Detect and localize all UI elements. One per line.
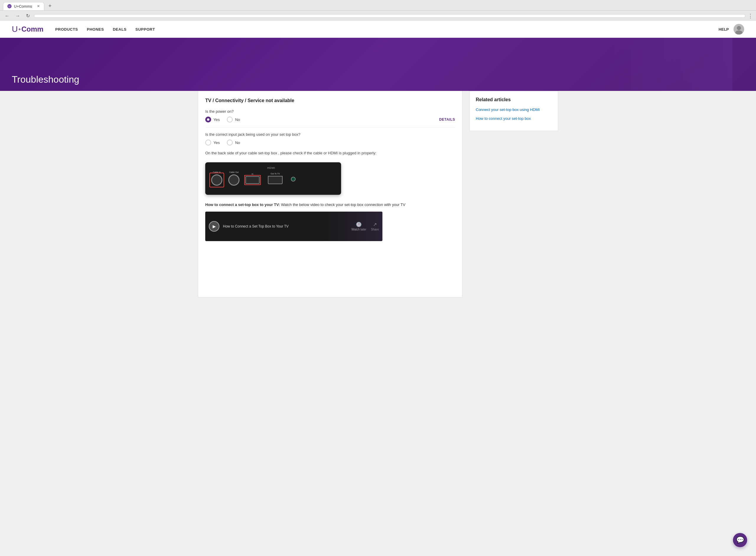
- video-bg-overlay: [323, 212, 383, 241]
- stb-cable-out-circle: [228, 174, 239, 186]
- stb-port-hdmi-out: Out To TV: [268, 173, 283, 184]
- address-bar-row: ← → ↻ ⋮: [0, 11, 756, 21]
- question2-yes-radio[interactable]: [205, 140, 211, 145]
- active-tab[interactable]: U U+Comms ✕: [3, 2, 44, 10]
- play-icon: ▶: [212, 224, 216, 229]
- main-nav: U+Comm PRODUCTS PHONES DEALS SUPPORT HEL…: [0, 21, 756, 38]
- stb-hdmi-in-highlight: [244, 175, 261, 185]
- article-title: TV / Connectivity / Service not availabl…: [205, 98, 455, 103]
- stb-led-circle: [291, 177, 296, 181]
- video-intro-bold: How to connect a set-top box to your TV:: [205, 203, 280, 207]
- instruction-text: On the back side of your cable set-top b…: [205, 150, 455, 157]
- stb-port-cable-in: Cable In: [211, 171, 222, 186]
- nav-deals[interactable]: DEALS: [113, 27, 127, 32]
- question1-yes-option[interactable]: Yes: [205, 116, 220, 123]
- question2-no-label: No: [235, 140, 240, 145]
- stb-hdmi-in-label: In: [252, 173, 253, 175]
- stb-hdmi-text: HDMI: [267, 167, 275, 169]
- stb-box: Cable In Cable Out In: [205, 162, 341, 195]
- tab-bar: U U+Comms ✕ +: [3, 2, 753, 10]
- stb-cable-out-label: Cable Out: [229, 171, 239, 173]
- related-link-connect[interactable]: How to connect your set-top box: [476, 116, 552, 121]
- question1-no-label: No: [235, 117, 240, 122]
- question1-label: Is the power on?: [205, 109, 455, 114]
- question2-radio-group: Yes No: [205, 140, 455, 145]
- tab-close-button[interactable]: ✕: [37, 4, 40, 8]
- stb-image-container: Cable In Cable Out In: [205, 162, 455, 195]
- details-link[interactable]: DETAILS: [439, 117, 455, 121]
- divider1: [205, 127, 455, 128]
- question2-no-option[interactable]: No: [227, 140, 240, 145]
- video-thumbnail[interactable]: ▶ How to Connect a Set Top Box to Your T…: [205, 212, 383, 241]
- refresh-button[interactable]: ↻: [24, 12, 32, 19]
- nav-phones[interactable]: PHONES: [87, 27, 104, 32]
- browser-menu-button[interactable]: ⋮: [748, 13, 753, 19]
- nav-support[interactable]: SUPPORT: [136, 27, 155, 32]
- main-layout: TV / Connectivity / Service not availabl…: [186, 91, 570, 309]
- svg-point-1: [737, 26, 741, 30]
- question1-radio-group: Yes No DETAILS: [205, 116, 455, 123]
- nav-right: HELP: [719, 24, 744, 35]
- new-tab-button[interactable]: +: [46, 2, 54, 10]
- question1-yes-label: Yes: [213, 117, 220, 122]
- video-intro-text: How to connect a set-top box to your TV:…: [205, 202, 455, 208]
- tab-label: U+Comms: [14, 4, 32, 8]
- related-articles-card: Related articles Connect your set-top bo…: [469, 91, 558, 131]
- question1-no-option[interactable]: No: [227, 116, 240, 123]
- browser-chrome: U U+Comms ✕ +: [0, 0, 756, 11]
- stb-cable-in-highlight: [209, 173, 224, 187]
- nav-links: PRODUCTS PHONES DEALS SUPPORT: [55, 27, 155, 32]
- related-articles-title: Related articles: [476, 97, 552, 102]
- related-link-hdmi[interactable]: Connect your set-top box using HDMI: [476, 107, 552, 112]
- back-button[interactable]: ←: [3, 13, 11, 19]
- site-logo[interactable]: U+Comm: [12, 25, 43, 34]
- hero-title: Troubleshooting: [12, 74, 79, 85]
- stb-port-hdmi-in: In: [245, 173, 260, 184]
- stb-hdmi-out-label: Out To TV: [270, 173, 280, 175]
- forward-button[interactable]: →: [13, 13, 22, 19]
- question2-no-radio[interactable]: [227, 140, 233, 145]
- address-bar[interactable]: [34, 14, 745, 18]
- video-section: How to connect a set-top box to your TV:…: [205, 202, 455, 241]
- hero-bg-image: [614, 38, 732, 91]
- stb-port-cable-out: Cable Out: [228, 171, 239, 186]
- question1-yes-radio[interactable]: [205, 116, 211, 123]
- tab-favicon: U: [7, 4, 11, 8]
- video-play-button[interactable]: ▶: [209, 221, 220, 232]
- help-link[interactable]: HELP: [719, 27, 729, 32]
- logo-u: U: [12, 25, 18, 34]
- hero-section: Troubleshooting: [0, 38, 756, 91]
- video-intro-plain: Watch the below video to check your set-…: [281, 203, 405, 207]
- logo-comm: Comm: [21, 25, 43, 33]
- site-header: U+Comm PRODUCTS PHONES DEALS SUPPORT HEL…: [0, 21, 756, 38]
- stb-hdmi-out-rect: [268, 176, 283, 184]
- question2-yes-option[interactable]: Yes: [205, 140, 220, 145]
- stb-port-led: [291, 176, 296, 181]
- content-panel: TV / Connectivity / Service not availabl…: [198, 91, 462, 298]
- question1-no-radio[interactable]: [227, 116, 233, 123]
- sidebar: Related articles Connect your set-top bo…: [469, 91, 558, 298]
- question2-yes-label: Yes: [213, 140, 220, 145]
- user-avatar[interactable]: [733, 24, 744, 35]
- logo-plus: +: [18, 27, 21, 32]
- question2-label: Is the correct input jack being used on …: [205, 132, 455, 137]
- nav-products[interactable]: PRODUCTS: [55, 27, 78, 32]
